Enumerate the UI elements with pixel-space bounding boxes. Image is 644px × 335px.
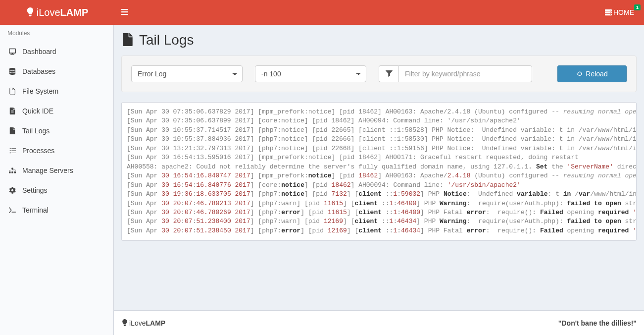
filter-group [379,65,532,82]
files-icon [7,87,17,95]
log-select[interactable]: Error Log [131,65,243,82]
bars-icon [121,8,129,17]
sidebar-item-dashboard[interactable]: Dashboard [0,42,113,61]
terminal-icon [7,206,17,214]
brand-pre: iLove [37,7,60,18]
filter-icon [379,65,398,82]
controls-panel: Error Log -n 100 Reload [121,56,637,92]
sidebar-item-settings[interactable]: Settings [0,180,113,200]
log-output[interactable]: [Sun Apr 30 07:35:06.637829 2017] [mpm_p… [121,102,637,241]
refresh-icon [576,70,583,78]
sidebar-item-label: Quick IDE [22,107,53,115]
sidebar-item-filesystem[interactable]: File System [0,81,113,101]
database-icon [7,67,17,75]
sidebar-item-label: Manage Servers [22,167,73,174]
logo[interactable]: iLoveLAMP [0,0,114,25]
sidebar-toggle[interactable] [114,0,136,25]
sidebar-item-label: Settings [22,186,48,194]
content: Tail Logs Error Log -n 100 Reload [Sun A… [114,25,644,310]
gear-icon [7,186,17,194]
home-link[interactable]: HOME 1 [602,8,637,16]
home-label: HOME [613,8,634,16]
sidebar-item-quickide[interactable]: Quick IDE [0,101,113,121]
lines-select[interactable]: -n 100 [255,65,366,82]
reload-button[interactable]: Reload [557,65,627,82]
sidebar-menu: Dashboard Databases File System Quick ID… [0,42,113,220]
file-icon [121,33,134,48]
log-lines: [Sun Apr 30 07:35:06.637829 2017] [mpm_p… [127,108,631,235]
sidebar-item-label: Dashboard [22,48,56,56]
tasks-icon [7,147,17,155]
page-title: Tail Logs [121,32,637,48]
sidebar-item-terminal[interactable]: Terminal [0,200,113,220]
sidebar-item-processes[interactable]: Processes [0,141,113,161]
lightbulb-icon [121,319,128,327]
nav-right: HOME 1 [602,0,644,25]
footer-quote: "Don't bane the dillies!" [558,319,637,327]
home-badge: 1 [634,4,641,10]
filter-input[interactable] [398,65,532,82]
file-icon [7,127,17,135]
sidebar-item-taillogs[interactable]: Tail Logs [0,121,113,141]
sidebar-item-label: Processes [22,147,54,155]
brand-bold: LAMP [60,7,89,18]
sidebar-item-label: File System [22,87,58,95]
lightbulb-icon [26,7,35,18]
sidebar: Modules Dashboard Databases File System … [0,25,114,335]
sidebar-item-manageservers[interactable]: Manage Servers [0,161,113,180]
server-icon [605,8,612,16]
sitemap-icon [7,167,17,174]
header: iLoveLAMP HOME 1 [0,0,644,25]
footer: iLoveLAMP "Don't bane the dillies!" [114,310,644,335]
sidebar-item-databases[interactable]: Databases [0,61,113,81]
sidebar-item-label: Tail Logs [22,127,50,135]
sidebar-item-label: Terminal [22,206,49,214]
footer-brand: iLoveLAMP [121,319,165,327]
sidebar-item-label: Databases [22,67,55,75]
sidebar-section-header: Modules [0,25,113,42]
page-title-text: Tail Logs [139,32,194,48]
dashboard-icon [7,48,17,56]
reload-label: Reload [586,70,607,78]
file-text-icon [7,107,17,115]
